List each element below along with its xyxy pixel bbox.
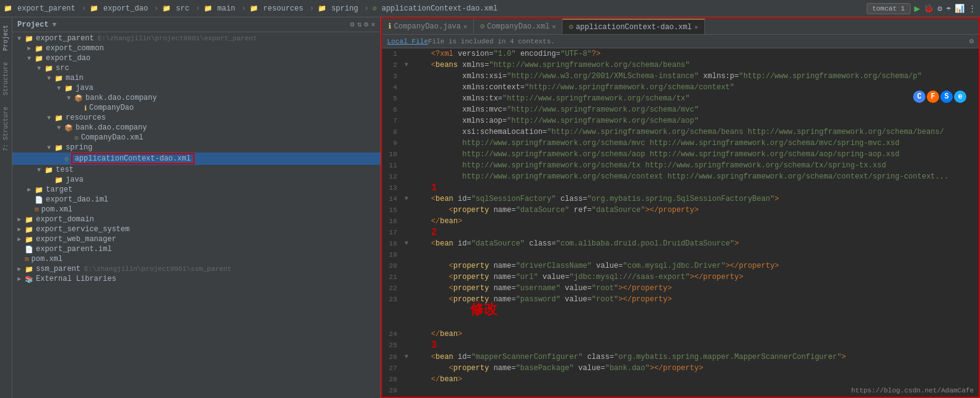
iml-icon: 📄 (25, 245, 33, 254)
tab-appcontext-xml[interactable]: ⚙ applicationContext-dao.xml ✕ (562, 19, 705, 34)
sort-icon[interactable]: ⇅ (357, 20, 361, 29)
folder-icon-3: 📁 (162, 4, 171, 12)
code-line-3: 3 xmlns:xsi="http://www.w3.org/2001/XMLS… (382, 71, 979, 82)
folder-icon: 📁 (55, 74, 63, 82)
chrome-icon[interactable]: C (913, 91, 925, 103)
vtab-structure[interactable]: Structure (1, 57, 11, 100)
tree-item-package2[interactable]: ▼ 📦 bank.dao.company (12, 123, 380, 133)
tree-item-pom-xml[interactable]: m pom.xml (12, 205, 380, 214)
folder-icon: 📁 (35, 55, 43, 63)
tomcat-config[interactable]: tomcat 1 (867, 3, 911, 14)
breadcrumb-src[interactable]: src (173, 4, 192, 13)
profile-icon[interactable]: 📊 (955, 4, 965, 14)
breadcrumb-file[interactable]: applicationContext-dao.xml (379, 4, 500, 13)
breadcrumb-spring[interactable]: spring (329, 4, 361, 13)
settings-icon[interactable]: ⚙ (969, 37, 974, 46)
project-label: Project (17, 20, 48, 29)
tab-companydao-java[interactable]: ℹ CompanyDao.java ✕ (382, 19, 474, 33)
project-panel: Project ▼ ⚙ ⇅ ⚙ ✕ ▼ 📁 export_parent E:\z… (12, 17, 381, 398)
code-line-2: 2 ▼ <beans xmlns="http://www.springframe… (382, 60, 979, 71)
folder-icon: 📁 (64, 84, 73, 92)
top-toolbar: 📁 export_parent › 📁 export_dao › 📁 src ›… (0, 0, 980, 17)
code-line-14: 14 ▼ <bean id="sqlSessionFactory" class=… (382, 193, 979, 205)
project-dropdown[interactable]: ▼ (52, 21, 56, 29)
firefox-icon[interactable]: F (927, 91, 939, 103)
code-line-1: 1 <?xml version="1.0" encoding="UTF-8"?> (382, 48, 979, 60)
code-line-30: 30 修改 (382, 396, 979, 397)
info-bar: Local File File is included in 4 context… (382, 35, 979, 48)
folder-icon: 📁 (25, 216, 33, 224)
close-tab-java[interactable]: ✕ (463, 23, 467, 30)
tree-item-src[interactable]: ▼ 📁 src (12, 63, 380, 73)
vtab-project[interactable]: Project (1, 20, 11, 56)
run-button[interactable]: ▶ (914, 2, 921, 15)
tree-item-export-dao-iml[interactable]: 📄 export_dao.iml (12, 195, 380, 205)
tree-item-export-dao[interactable]: ▼ 📁 export_dao (12, 53, 380, 63)
tree-item-companydao-xml[interactable]: ⚙ CompanyDao.xml (12, 133, 380, 143)
close-panel-icon[interactable]: ✕ (371, 20, 375, 29)
tree-item-target[interactable]: ► 📁 target (12, 185, 380, 195)
close-tab-xml2[interactable]: ✕ (694, 24, 698, 31)
tree-item-spring[interactable]: ▼ 📁 spring (12, 143, 380, 153)
tree-item-test-java[interactable]: 📁 java (12, 175, 380, 185)
build-icon[interactable]: ⚙ (937, 4, 942, 14)
vtab-7structure[interactable]: 7: Structure (1, 102, 11, 156)
gear-icon[interactable]: ⚙ (350, 20, 354, 29)
debug-icon[interactable]: 🐞 (924, 4, 934, 14)
tree-item-export-parent[interactable]: ▼ 📁 export_parent E:\zhangjilin\project0… (12, 33, 380, 43)
tree-item-java[interactable]: ▼ 📁 java (12, 83, 380, 93)
folder-icon: 📁 (35, 45, 43, 53)
code-line-20: 20 <property name="driverClassName" valu… (382, 260, 979, 272)
xml-icon: ⚙ (74, 134, 79, 142)
coverage-icon[interactable]: ☂ (946, 4, 951, 14)
folder-icon: 📁 (45, 64, 53, 73)
tree-item-export-domain[interactable]: ► 📁 export_domain (12, 214, 380, 224)
close-tab-xml1[interactable]: ✕ (552, 23, 556, 30)
tree-item-ext-libs[interactable]: ► 📚 External Libraries (12, 274, 380, 284)
more-icon[interactable]: ⋮ (968, 4, 976, 14)
folder-icon: 📁 (25, 265, 33, 273)
ie-icon[interactable]: e (954, 91, 966, 103)
code-editor[interactable]: C F S e 1 <?xml version="1.0" encoding="… (382, 48, 979, 397)
tree-item-package[interactable]: ▼ 📦 bank.dao.company (12, 93, 380, 103)
safari-icon[interactable]: S (940, 91, 953, 103)
tree-item-export-web[interactable]: ► 📁 export_web_manager (12, 234, 380, 244)
code-line-25: 25 3 (382, 340, 979, 351)
breadcrumb-resources[interactable]: resources (261, 4, 306, 13)
breadcrumb-export-parent[interactable]: export_parent (15, 4, 78, 13)
code-line-22: 22 <property name="username" value="root… (382, 283, 979, 294)
tree-item-companydao[interactable]: ℹ CompanyDao (12, 103, 380, 113)
folder-icon: 📁 (25, 236, 33, 244)
run-area: tomcat 1 ▶ 🐞 ⚙ ☂ 📊 ⋮ (867, 2, 976, 15)
package-icon: 📦 (64, 124, 73, 132)
modify-label-1: 修改 (470, 303, 497, 318)
folder-icon: 📁 (45, 166, 53, 174)
breadcrumb-main[interactable]: main (215, 4, 238, 13)
xml-tab-icon: ⚙ (480, 22, 484, 31)
tree-item-pom-xml2[interactable]: m pom.xml (12, 254, 380, 264)
xml-icon-selected: ⚙ (64, 155, 69, 163)
tree-item-parent-iml[interactable]: 📄 export_parent.iml (12, 244, 380, 254)
config-icon[interactable]: ⚙ (364, 20, 369, 29)
tree-item-export-common[interactable]: ► 📁 export_common (12, 43, 380, 53)
tree-item-appcontext-selected[interactable]: ⚙ applicationContext-dao.xml (12, 153, 380, 165)
editor-tabs: ℹ CompanyDao.java ✕ ⚙ CompanyDao.xml ✕ ⚙… (382, 19, 979, 35)
folder-icon-1: 📁 (4, 4, 12, 12)
java-icon: ℹ (84, 104, 87, 112)
breadcrumb-export-dao[interactable]: export_dao (101, 4, 151, 13)
tab-companydao-xml[interactable]: ⚙ CompanyDao.xml ✕ (474, 19, 562, 33)
folder-icon: 📁 (55, 176, 63, 184)
tree-item-test[interactable]: ▼ 📁 test (12, 165, 380, 175)
tree-item-export-service[interactable]: ► 📁 export_service_system (12, 224, 380, 234)
folder-icon-2: 📁 (90, 4, 98, 12)
browser-icons: C F S e (913, 91, 966, 103)
tree-item-resources[interactable]: ▼ 📁 resources (12, 113, 380, 123)
tree-item-main[interactable]: ▼ 📁 main (12, 73, 380, 83)
tree-item-ssm-parent[interactable]: ► 📁 ssm_parent E:\zhangjilin\project0901… (12, 264, 380, 274)
project-header: Project ▼ ⚙ ⇅ ⚙ ✕ (12, 17, 380, 32)
code-line-9: 9 http://www.springframework.org/schema/… (382, 138, 979, 149)
local-file-link[interactable]: Local File (387, 38, 428, 45)
xml-icon: ⚙ (372, 4, 377, 12)
code-line-24: 24 </bean> (382, 329, 979, 340)
watermark: https://blog.csdn.net/AdamCafe (851, 387, 974, 394)
